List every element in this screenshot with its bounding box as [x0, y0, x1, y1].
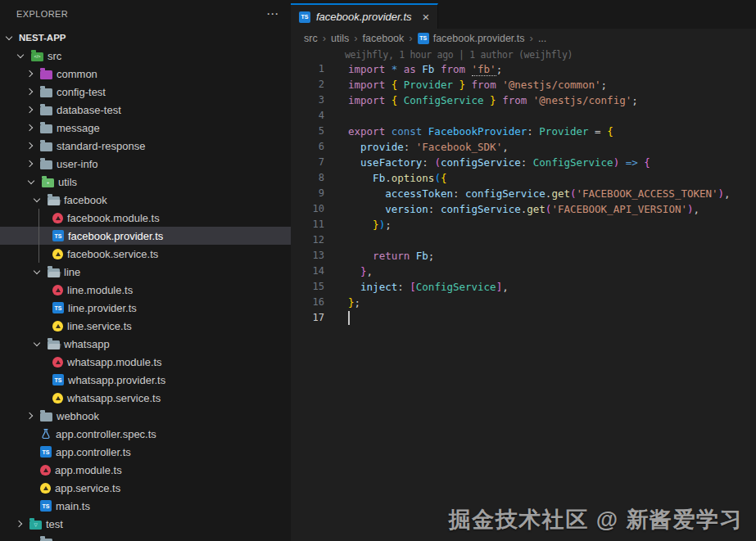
tree-item-line.module.ts[interactable]: line.module.ts	[0, 281, 291, 299]
workspace-header[interactable]: NEST-APP	[0, 28, 291, 47]
open-folder-icon	[48, 340, 60, 349]
tree-item-standard-response[interactable]: standard-response	[0, 137, 291, 155]
tree-item-config-test[interactable]: config-test	[0, 83, 291, 101]
breadcrumb-item-utils[interactable]: utils	[331, 33, 349, 44]
code-line-17: 17	[291, 310, 756, 326]
ts-file-icon: TS	[418, 33, 429, 44]
close-icon[interactable]: ×	[423, 11, 430, 23]
breadcrumb-item-facebook.provider.ts[interactable]: TSfacebook.provider.ts	[418, 33, 525, 44]
tree-item-line[interactable]: line	[0, 263, 291, 281]
ts-file-icon: TS	[52, 302, 64, 313]
tree-item-label: test	[46, 518, 63, 530]
tree-item-partial[interactable]	[0, 533, 291, 541]
chevron-right-icon	[26, 70, 33, 77]
tree-item-label: whatsapp.module.ts	[67, 356, 162, 368]
code-text: version: configService.get('FACEBOOK_API…	[324, 201, 699, 217]
code-text	[324, 310, 348, 326]
more-actions-icon[interactable]: ⋯	[266, 7, 279, 21]
chevron-down-icon	[34, 196, 40, 202]
code-area[interactable]: weijhfly, 1 hour ago | 1 author (weijhfl…	[291, 47, 756, 326]
breadcrumb-label: src	[304, 33, 318, 44]
tree-item-user-info[interactable]: user-info	[0, 155, 291, 173]
tree-item-label: facebook.provider.ts	[68, 230, 163, 242]
tree-item-message[interactable]: message	[0, 119, 291, 137]
code-text: });	[324, 217, 392, 232]
code-line-16: 16};	[291, 295, 756, 310]
tree-item-whatsapp[interactable]: whatsapp	[0, 335, 291, 353]
line-number: 8	[291, 170, 324, 186]
tree-item-utils[interactable]: +utils	[0, 173, 291, 191]
tree-item-label: line.service.ts	[67, 320, 132, 332]
code-text: };	[324, 295, 360, 310]
tree-item-app.service.ts[interactable]: app.service.ts	[0, 479, 291, 497]
tree-item-src[interactable]: </>src	[0, 47, 291, 65]
folder-icon	[40, 160, 52, 169]
indent-guide	[38, 209, 39, 263]
vscode-window: EXPLORER ⋯ NEST-APP </>srccommonconfig-t…	[0, 0, 756, 541]
tree-item-label: standard-response	[57, 140, 145, 152]
code-line-11: 11 });	[291, 217, 756, 232]
common-folder-icon	[40, 70, 52, 79]
tree-item-facebook.provider.ts[interactable]: TSfacebook.provider.ts	[0, 227, 291, 245]
breadcrumb-label: facebook.provider.ts	[433, 33, 525, 44]
code-line-10: 10 version: configService.get('FACEBOOK_…	[291, 201, 756, 217]
tree-item-webhook[interactable]: webhook	[0, 407, 291, 425]
tree-item-common[interactable]: common	[0, 65, 291, 83]
line-number: 16	[291, 295, 324, 310]
breadcrumb-separator-icon: ›	[323, 32, 326, 44]
tree-item-label: facebook.service.ts	[67, 248, 158, 260]
tree-item-label: webhook	[57, 410, 99, 422]
tree-item-facebook.service.ts[interactable]: facebook.service.ts	[0, 245, 291, 263]
chevron-right-icon	[26, 413, 33, 419]
tree-item-facebook[interactable]: facebook	[0, 191, 291, 209]
tree-item-facebook.module.ts[interactable]: facebook.module.ts	[0, 209, 291, 227]
tree-item-main.ts[interactable]: TSmain.ts	[0, 497, 291, 515]
breadcrumb-item-src[interactable]: src	[304, 33, 318, 44]
file-tree: </>srccommonconfig-testdatabase-testmess…	[0, 47, 291, 541]
tree-item-database-test[interactable]: database-test	[0, 101, 291, 119]
chevron-down-icon	[34, 340, 40, 346]
tree-item-test[interactable]: ▽test	[0, 515, 291, 533]
tree-item-whatsapp.service.ts[interactable]: whatsapp.service.ts	[0, 389, 291, 407]
code-line-15: 15 inject: [ConfigService],	[291, 279, 756, 295]
code-text: import { ConfigService } from '@nestjs/c…	[324, 92, 638, 108]
test-folder-icon: ▽	[29, 521, 42, 530]
tree-item-label: utils	[58, 176, 77, 188]
line-number: 15	[291, 279, 324, 295]
code-text: provide: 'Facebook_SDK',	[324, 139, 509, 155]
line-number: 5	[291, 124, 324, 139]
ts-file-icon: TS	[52, 374, 64, 385]
tree-item-whatsapp.provider.ts[interactable]: TSwhatsapp.provider.ts	[0, 371, 291, 389]
line-number: 10	[291, 201, 324, 217]
line-number: 13	[291, 248, 324, 264]
tree-item-app.controller.ts[interactable]: TSapp.controller.ts	[0, 443, 291, 461]
tree-item-label: whatsapp.service.ts	[67, 392, 161, 404]
code-line-12: 12	[291, 232, 756, 248]
test-flask-icon	[40, 428, 52, 440]
tab-facebook-provider[interactable]: TS facebook.provider.ts ×	[291, 3, 438, 29]
code-line-9: 9 accessToken: configService.get('FACEBO…	[291, 186, 756, 201]
breadcrumb-label: facebook	[363, 33, 405, 44]
code-line-3: 3import { ConfigService } from '@nestjs/…	[291, 92, 756, 108]
tree-item-line.service.ts[interactable]: line.service.ts	[0, 317, 291, 335]
code-line-4: 4	[291, 108, 756, 124]
tree-item-app.controller.spec.ts[interactable]: app.controller.spec.ts	[0, 425, 291, 443]
breadcrumb-item-facebook[interactable]: facebook	[363, 33, 405, 44]
line-number: 6	[291, 139, 324, 155]
breadcrumb-item-...[interactable]: ...	[538, 33, 546, 44]
code-lines: 1import * as Fb from 'fb';2import { Prov…	[291, 61, 756, 326]
code-line-1: 1import * as Fb from 'fb';	[291, 61, 756, 77]
tree-item-label: line.module.ts	[67, 284, 133, 296]
ts-file-icon: TS	[52, 230, 64, 241]
tree-item-app.module.ts[interactable]: app.module.ts	[0, 461, 291, 479]
code-line-7: 7 useFactory: (configService: ConfigServ…	[291, 155, 756, 170]
nest-module-icon	[40, 465, 51, 476]
chevron-right-icon	[26, 106, 33, 113]
breadcrumb-label: ...	[538, 33, 546, 44]
code-line-14: 14 },	[291, 264, 756, 279]
line-number: 12	[291, 232, 324, 248]
tree-item-line.provider.ts[interactable]: TSline.provider.ts	[0, 299, 291, 317]
code-line-13: 13 return Fb;	[291, 248, 756, 264]
folder-icon	[40, 124, 52, 133]
tree-item-whatsapp.module.ts[interactable]: whatsapp.module.ts	[0, 353, 291, 371]
